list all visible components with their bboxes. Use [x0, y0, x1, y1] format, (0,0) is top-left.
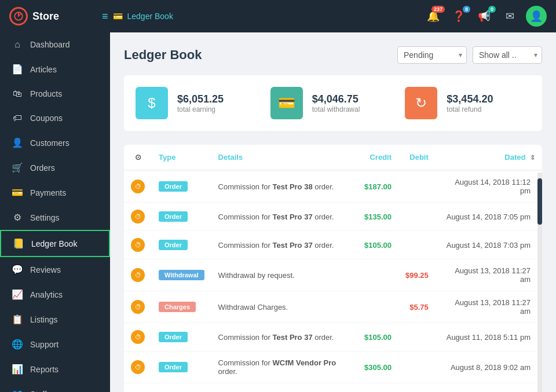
- ledger-table-container: ⊙ Type Details Credit Debit Dated ⇕ ⏱Ord…: [124, 145, 542, 392]
- row-status-icon: ⏱: [131, 179, 145, 193]
- detail-cell: Withdrawal Charges.: [211, 291, 357, 323]
- app-logo[interactable]: Store: [9, 7, 102, 25]
- filter2-wrapper: Show all .. Orders Withdrawals Charges: [473, 46, 542, 64]
- sidebar-item-payments[interactable]: 💳 Payments: [0, 180, 110, 205]
- articles-icon: 📄: [12, 64, 23, 75]
- credit-cell: $105.00: [357, 323, 398, 351]
- help-button[interactable]: ❓ 8: [449, 7, 468, 25]
- products-icon: 🛍: [12, 89, 23, 99]
- scrollbar-track[interactable]: [537, 173, 542, 392]
- sidebar-item-analytics[interactable]: 📈 Analytics: [0, 282, 110, 307]
- main-content: Ledger Book Pending Completed All Show a…: [110, 32, 556, 392]
- sidebar-item-orders[interactable]: 🛒 Orders: [0, 155, 110, 180]
- sidebar-item-products[interactable]: 🛍 Products: [0, 82, 110, 106]
- row-status-icon: ⏱: [131, 238, 145, 252]
- notifications-button[interactable]: 🔔 237: [424, 7, 442, 25]
- dated-cell: August 11, 2018 5:11 pm: [436, 323, 542, 351]
- sidebar-label-payments: Payments: [30, 188, 66, 197]
- ledger-icon: 📒: [13, 238, 24, 249]
- sidebar-label-reports: Reports: [30, 365, 58, 374]
- dated-cell: August 2, 2018 11:55 pm: [436, 383, 542, 393]
- credit-cell: $187.00: [357, 170, 398, 203]
- pending-filter[interactable]: Pending Completed All: [397, 46, 467, 64]
- mail-button[interactable]: ✉: [500, 7, 519, 25]
- table-row: ⏱WithdrawalWithdrawal by request.$99.25A…: [124, 259, 542, 291]
- sidebar-label-articles: Articles: [30, 65, 57, 74]
- row-status-icon: ⏱: [131, 268, 145, 282]
- show-all-filter[interactable]: Show all .. Orders Withdrawals Charges: [473, 46, 542, 64]
- debit-cell: [398, 351, 436, 383]
- earning-icon: $: [136, 87, 168, 119]
- stats-row: $ $6,051.25 total earning 💳 $4,046.75 to…: [124, 75, 542, 131]
- row-status-icon: ⏱: [131, 360, 145, 374]
- detail-cell: Commission for Test Pro 37 order.: [211, 323, 357, 351]
- coupons-icon: 🏷: [12, 113, 23, 123]
- sidebar-item-ledger-book[interactable]: 📒 Ledger Book: [0, 230, 110, 257]
- speaker-button[interactable]: 📢 0: [475, 7, 493, 25]
- sidebar-label-reviews: Reviews: [30, 265, 61, 274]
- sidebar-item-customers[interactable]: 👤 Customers: [0, 130, 110, 155]
- dated-cell: August 14, 2018 7:03 pm: [436, 231, 542, 259]
- dated-cell: August 13, 2018 11:27 am: [436, 291, 542, 323]
- support-icon: 🌐: [12, 339, 23, 350]
- type-badge: Order: [159, 211, 188, 222]
- row-status-icon: ⏱: [131, 210, 145, 224]
- col-more[interactable]: ⊙: [124, 145, 152, 170]
- debit-cell: $5.75: [398, 291, 436, 323]
- earning-label: total earning: [177, 105, 224, 113]
- dated-cell: August 13, 2018 11:27 am: [436, 259, 542, 291]
- refund-label: total refund: [447, 105, 493, 113]
- credit-cell: $135.00: [357, 203, 398, 231]
- sidebar-item-reviews[interactable]: 💬 Reviews: [0, 257, 110, 282]
- credit-cell: [357, 291, 398, 323]
- refund-amount: $3,454.20: [447, 93, 493, 105]
- sidebar-item-support[interactable]: 🌐 Support: [0, 332, 110, 357]
- orders-icon: 🛒: [12, 162, 23, 173]
- type-badge: Withdrawal: [159, 270, 204, 280]
- filter1-wrapper: Pending Completed All: [397, 46, 467, 64]
- stat-earning: $ $6,051.25 total earning: [136, 87, 261, 119]
- reviews-icon: 💬: [12, 264, 23, 275]
- debit-cell: [398, 383, 436, 393]
- sidebar-item-coupons[interactable]: 🏷 Coupons: [0, 106, 110, 130]
- sidebar-item-listings[interactable]: 📋 Listings: [0, 307, 110, 332]
- topbar-icons: 🔔 237 ❓ 8 📢 0 ✉ 👤: [424, 6, 547, 27]
- detail-cell: Commission for WCfM Vendor Pro order.: [211, 351, 357, 383]
- dated-cell: August 14, 2018 7:05 pm: [436, 203, 542, 231]
- sidebar-label-products: Products: [30, 89, 62, 98]
- customers-icon: 👤: [12, 137, 23, 148]
- table-row: ⏱ChargesWithdrawal Charges.$5.75August 1…: [124, 291, 542, 323]
- detail-cell: Commission for WCfM Vendor Pro order.: [211, 383, 357, 393]
- sidebar-label-coupons: Coupons: [30, 113, 63, 123]
- sidebar-label-customers: Customers: [30, 138, 70, 148]
- scrollbar-thumb[interactable]: [537, 178, 542, 225]
- header-filters: Pending Completed All Show all .. Orders…: [397, 46, 542, 64]
- stat-refund: ↻ $3,454.20 total refund: [405, 87, 531, 119]
- page-title: Ledger Book: [124, 47, 202, 63]
- sidebar-label-ledger-book: Ledger Book: [31, 239, 77, 248]
- col-type: Type: [152, 145, 211, 170]
- stat-withdrawal: 💳 $4,046.75 total withdrawal: [270, 87, 396, 119]
- earning-amount: $6,051.25: [177, 93, 224, 105]
- dated-cell: August 8, 2018 9:02 am: [436, 351, 542, 383]
- sidebar-item-dashboard[interactable]: ⌂ Dashboard: [0, 32, 110, 57]
- sidebar-item-staffs[interactable]: 👥 Staffs: [0, 382, 110, 392]
- debit-cell: [398, 231, 436, 259]
- sidebar-item-articles[interactable]: 📄 Articles: [0, 57, 110, 82]
- reports-icon: 📊: [12, 364, 23, 375]
- avatar[interactable]: 👤: [526, 6, 547, 27]
- credit-cell: [357, 259, 398, 291]
- sidebar-item-settings[interactable]: ⚙ Settings: [0, 205, 110, 230]
- row-status-icon: ⏱: [131, 300, 145, 314]
- type-badge: Order: [159, 240, 188, 250]
- hamburger-icon[interactable]: ≡: [102, 10, 108, 23]
- debit-cell: $99.25: [398, 259, 436, 291]
- speaker-badge: 0: [488, 6, 496, 13]
- credit-cell: $305.00: [357, 351, 398, 383]
- col-dated[interactable]: Dated ⇕: [436, 145, 542, 170]
- detail-cell: Withdrawal by request.: [211, 259, 357, 291]
- withdrawal-icon: 💳: [270, 87, 303, 119]
- refund-info: $3,454.20 total refund: [447, 93, 493, 113]
- sidebar-item-reports[interactable]: 📊 Reports: [0, 357, 110, 382]
- breadcrumb-icon: 💳: [113, 12, 123, 21]
